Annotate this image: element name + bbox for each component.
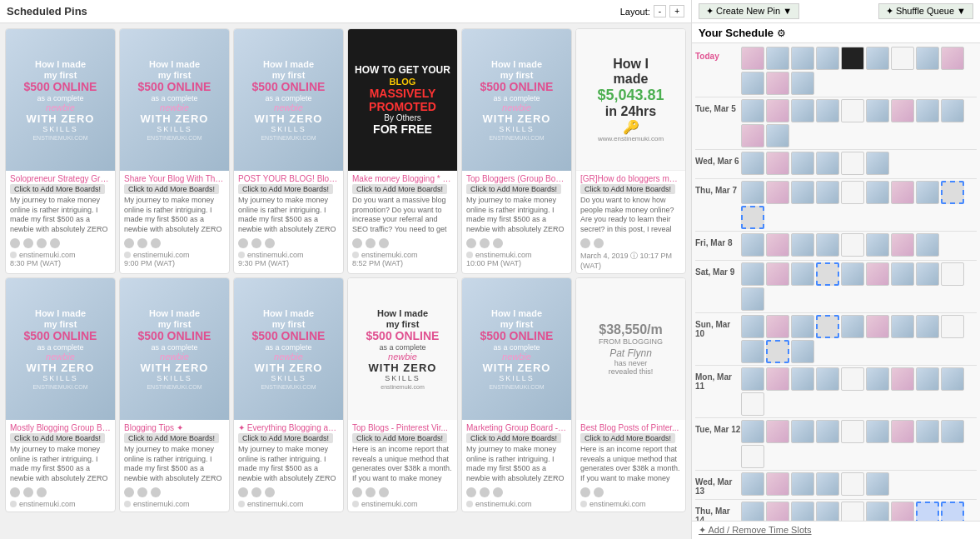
sched-thumb — [841, 99, 864, 122]
sched-thumb-highlighted — [941, 181, 964, 204]
domain-icon — [10, 252, 17, 258]
pin-card-2[interactable]: How I mademy first $500 ONLINE as a comp… — [119, 28, 230, 274]
create-pin-button[interactable]: ✦ Create New Pin ▼ — [699, 3, 799, 19]
pin-card-1[interactable]: How I mademy first $500 ONLINE as a comp… — [5, 28, 116, 274]
sched-thumb — [916, 262, 939, 286]
schedule-thumbs — [741, 367, 977, 416]
sched-thumb — [941, 99, 964, 122]
left-panel: Scheduled Pins Layout: - + How I mademy … — [0, 0, 691, 539]
sched-thumb — [816, 472, 839, 496]
divider — [695, 149, 977, 150]
sched-thumb — [866, 367, 889, 391]
sched-thumb — [916, 181, 939, 204]
pin-desc-1: My journey to make money online is rathe… — [10, 196, 111, 236]
sched-thumb — [766, 233, 789, 257]
divider — [695, 97, 977, 97]
sched-thumb — [766, 181, 789, 204]
pin-info-6: [GR]How do bloggers make money... Click … — [576, 171, 685, 273]
sched-thumb — [791, 152, 814, 175]
sched-thumb — [791, 502, 814, 521]
sched-thumb — [791, 47, 814, 70]
sched-thumb — [766, 47, 789, 70]
pin-image-6: How I made $5,043.81 in 24hrs 🔑 www.enst… — [576, 29, 685, 171]
pin-card-6[interactable]: How I made $5,043.81 in 24hrs 🔑 www.enst… — [575, 28, 686, 274]
sched-thumb — [866, 502, 889, 521]
schedule-day-label: Sat, Mar 9 — [695, 262, 741, 277]
sched-thumb — [866, 181, 889, 204]
sched-thumb — [841, 152, 864, 175]
right-top-bar: ✦ Create New Pin ▼ ✦ Shuffle Queue ▼ — [692, 0, 980, 23]
pin-info-2: Share Your Blog With The... Click to Add… — [120, 171, 229, 271]
pin-action-icon — [37, 238, 47, 248]
pin-image-11: How I mademy first $500 ONLINE as a comp… — [462, 278, 571, 420]
sched-thumb-highlighted — [941, 502, 964, 521]
pin-info-4: Make money Blogging * Blo... Click to Ad… — [348, 171, 457, 271]
sched-thumb — [891, 367, 914, 391]
pin-card-9[interactable]: How I mademy first $500 ONLINE as a comp… — [233, 277, 344, 512]
pin-card-7[interactable]: How I mademy first $500 ONLINE as a comp… — [5, 277, 116, 512]
sched-thumb — [891, 420, 914, 443]
divider — [695, 470, 977, 471]
sched-thumb — [891, 47, 914, 70]
sched-thumb — [866, 152, 889, 175]
pin-card-5[interactable]: How I mademy first $500 ONLINE as a comp… — [461, 28, 572, 274]
pin-card-11[interactable]: How I mademy first $500 ONLINE as a comp… — [461, 277, 572, 512]
shuffle-queue-button[interactable]: ✦ Shuffle Queue ▼ — [878, 3, 973, 19]
sched-thumb — [816, 233, 839, 257]
layout-larger-btn[interactable]: + — [669, 5, 684, 17]
schedule-row-sun-mar10: Sun, Mar 10 — [695, 315, 977, 363]
right-panel: ✦ Create New Pin ▼ ✦ Shuffle Queue ▼ You… — [691, 0, 980, 539]
pin-card-8[interactable]: How I mademy first $500 ONLINE as a comp… — [119, 277, 230, 512]
sched-thumb — [866, 420, 889, 443]
pin-card-10[interactable]: How I mademy first $500 ONLINE as a comp… — [347, 277, 458, 512]
sched-thumb — [916, 47, 939, 70]
pin-time-1: 8:30 PM (WAT) — [10, 259, 111, 267]
pin-card-4[interactable]: HOW TO GET YOUR BLOG MASSIVELYPROMOTED B… — [347, 28, 458, 274]
schedule-day-label: Tue, Mar 12 — [695, 420, 741, 434]
pin-card-3[interactable]: How I mademy first $500 ONLINE as a comp… — [233, 28, 344, 274]
pin-card-12[interactable]: $38,550/m FROM BLOGGING Pat Flynn has ne… — [575, 277, 686, 512]
sched-thumb — [841, 315, 864, 338]
sched-thumb — [941, 367, 964, 391]
sched-thumb — [766, 124, 789, 147]
sched-thumb-highlighted — [816, 315, 839, 338]
schedule-day-label: Tue, Mar 5 — [695, 99, 741, 113]
sched-thumb — [741, 472, 764, 496]
divider — [695, 231, 977, 232]
schedule-row-today: Today — [695, 47, 977, 95]
schedule-body[interactable]: Today Tue, M — [692, 43, 980, 521]
sched-thumb — [916, 233, 939, 257]
schedule-header: Your Schedule ⚙ — [692, 23, 980, 43]
sched-thumb — [741, 262, 764, 286]
sched-thumb — [766, 367, 789, 391]
sched-thumb — [891, 233, 914, 257]
pin-image-9: How I mademy first $500 ONLINE as a comp… — [234, 278, 343, 420]
pin-image-8: How I mademy first $500 ONLINE as a comp… — [120, 278, 229, 420]
sched-thumb — [741, 152, 764, 175]
sched-thumb — [841, 47, 864, 70]
sched-thumb — [816, 152, 839, 175]
sched-thumb — [941, 262, 964, 286]
sched-thumb — [766, 72, 789, 95]
sched-thumb — [791, 367, 814, 391]
pin-actions-1 — [10, 238, 111, 248]
schedule-thumbs — [741, 420, 977, 468]
divider — [695, 417, 977, 418]
sched-thumb — [841, 367, 864, 391]
pin-image-4: HOW TO GET YOUR BLOG MASSIVELYPROMOTED B… — [348, 29, 457, 171]
add-remove-time-slots-link[interactable]: ✦ Add / Remove Time Slots — [699, 525, 812, 535]
pin-add-boards-1[interactable]: Click to Add More Boards! — [10, 184, 105, 194]
sched-thumb — [766, 420, 789, 443]
sched-thumb — [741, 392, 764, 416]
layout-smaller-btn[interactable]: - — [654, 5, 666, 17]
sched-thumb-highlighted — [916, 502, 939, 521]
sched-thumb — [841, 262, 864, 286]
pin-headline-1: How I mademy first — [35, 59, 86, 81]
schedule-day-label: Sun, Mar 10 — [695, 315, 741, 338]
sched-thumb — [891, 502, 914, 521]
schedule-row-sat-mar9: Sat, Mar 9 — [695, 262, 977, 311]
sched-thumb — [741, 367, 764, 391]
sched-thumb — [741, 47, 764, 70]
schedule-thumbs — [741, 233, 977, 257]
pins-grid: How I mademy first $500 ONLINE as a comp… — [0, 23, 691, 517]
